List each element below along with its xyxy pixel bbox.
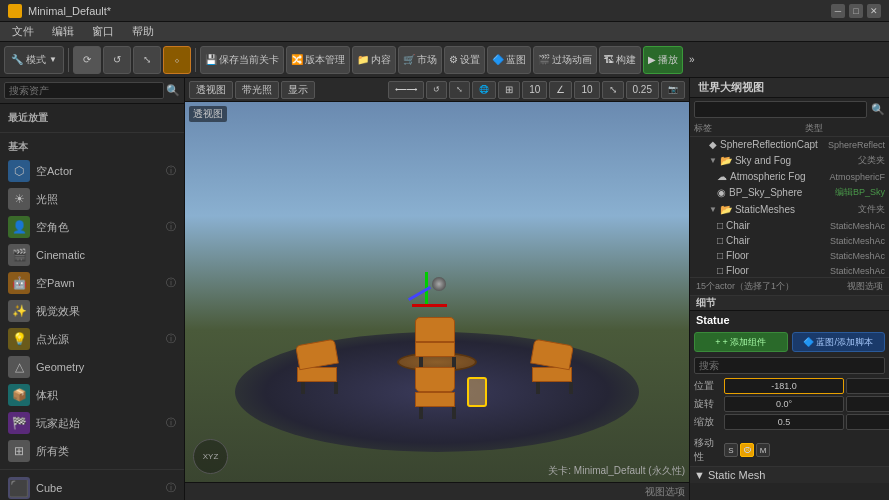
left-item-point-light[interactable]: 💡 点光源 ⓘ: [0, 325, 184, 353]
viewport-view-options[interactable]: 视图选项: [645, 485, 685, 499]
chair-legs-bottom: [415, 407, 460, 419]
save-label: 保存当前关卡: [219, 53, 279, 67]
perspective-button[interactable]: 透视图: [189, 81, 233, 99]
empty-actor-label: 空Actor: [36, 164, 73, 179]
scale-label: 缩放: [694, 415, 722, 429]
scale-size-button[interactable]: 0.25: [626, 81, 659, 99]
outliner-item-chair-1[interactable]: □ Chair StaticMeshAc: [690, 218, 889, 233]
pos-x-input[interactable]: [724, 378, 844, 394]
left-item-visual-effects[interactable]: ✨ 视觉效果: [0, 297, 184, 325]
settings-button[interactable]: ⚙ 设置: [444, 46, 485, 74]
left-item-volume[interactable]: 📦 体积: [0, 381, 184, 409]
more-button[interactable]: »: [685, 50, 699, 69]
source-control-button[interactable]: 🔀 版本管理: [286, 46, 350, 74]
blueprint-button[interactable]: 🔷 蓝图: [487, 46, 531, 74]
window-controls[interactable]: ─ □ ✕: [831, 4, 881, 18]
content-button[interactable]: 📁 内容: [352, 46, 396, 74]
axis-indicator: XYZ: [193, 439, 228, 474]
chair-leg-right-1: [536, 382, 540, 394]
cinematics-icon: 🎬: [538, 54, 550, 65]
viewport-canvas[interactable]: 透视图 XYZ 关卡: Minimal_Default (永久性): [185, 102, 689, 482]
transform-move-button[interactable]: ⟳: [73, 46, 101, 74]
static-mobility-button[interactable]: S: [724, 443, 738, 457]
chair-back-bottom: [415, 367, 455, 392]
camera-speed-button[interactable]: 📷: [661, 81, 685, 99]
outliner-item-bp-sky[interactable]: ◉ BP_Sky_Sphere 编辑BP_Sky: [690, 184, 889, 201]
rotate-button[interactable]: ↺: [426, 81, 447, 99]
mode-button[interactable]: 🔧 模式 ▼: [4, 46, 64, 74]
lit-button[interactable]: 带光照: [235, 81, 279, 99]
marketplace-button[interactable]: 🛒 市场: [398, 46, 442, 74]
grid-size-button[interactable]: 10: [522, 81, 547, 99]
play-button[interactable]: ▶ 播放: [643, 46, 683, 74]
maximize-button[interactable]: □: [849, 4, 863, 18]
outliner-item-sphere-reflection[interactable]: ◆ SphereReflectionCapt SphereReflect: [690, 137, 889, 152]
show-button[interactable]: 显示: [281, 81, 315, 99]
volume-label: 体积: [36, 388, 58, 403]
pos-y-input[interactable]: [846, 378, 889, 394]
chair-back-left: [295, 339, 339, 371]
left-item-empty-actor[interactable]: ⬡ 空Actor ⓘ: [0, 157, 184, 185]
static-meshes-arrow[interactable]: ▼: [709, 205, 717, 214]
transform-rotate-button[interactable]: ↺: [103, 46, 131, 74]
blueprint-script-icon: 🔷: [803, 337, 814, 347]
close-button[interactable]: ✕: [867, 4, 881, 18]
outliner-item-sky-fog[interactable]: ▼ 📂 Sky and Fog 父类夹: [690, 152, 889, 169]
details-search-input[interactable]: [694, 357, 885, 374]
static-mesh-section-header[interactable]: ▼ Static Mesh: [690, 466, 889, 483]
pivot-button[interactable]: ⬦: [163, 46, 191, 74]
angle-button[interactable]: 10: [574, 81, 599, 99]
sky-fog-arrow[interactable]: ▼: [709, 156, 717, 165]
asset-search-input[interactable]: [4, 82, 164, 99]
transform-scale-button[interactable]: ⤡: [133, 46, 161, 74]
selected-statue: [467, 377, 487, 407]
chair-top: [415, 317, 460, 372]
menu-edit[interactable]: 编辑: [44, 22, 82, 41]
left-item-lighting-section[interactable]: ☀ 光照: [0, 185, 184, 213]
details-panel: 细节 Statue + + 添加组件 🔷 蓝图/添加脚本 位置: [690, 295, 889, 455]
rot-x-input[interactable]: [724, 396, 844, 412]
angle-snap-button[interactable]: ∠: [549, 81, 572, 99]
rot-y-input[interactable]: [846, 396, 889, 412]
menu-window[interactable]: 窗口: [84, 22, 122, 41]
outliner-search-input[interactable]: [694, 101, 867, 118]
left-item-cinematic[interactable]: 🎬 Cinematic: [0, 241, 184, 269]
minimize-button[interactable]: ─: [831, 4, 845, 18]
geometry-label: Geometry: [36, 361, 84, 373]
all-classes-label: 所有类: [36, 444, 69, 459]
menu-help[interactable]: 帮助: [124, 22, 162, 41]
scale-button[interactable]: ⤡: [449, 81, 470, 99]
menu-file[interactable]: 文件: [4, 22, 42, 41]
stationary-mobility-button[interactable]: ⭙: [740, 443, 754, 457]
left-item-player-start[interactable]: 🏁 玩家起始 ⓘ: [0, 409, 184, 437]
left-item-all-classes[interactable]: ⊞ 所有类: [0, 437, 184, 465]
outliner-item-atm-fog[interactable]: ☁ Atmospheric Fog AtmosphericF: [690, 169, 889, 184]
translate-button[interactable]: ⟵⟶: [388, 81, 424, 99]
grid-snap-button[interactable]: ⊞: [498, 81, 520, 99]
build-button[interactable]: 🏗 构建: [599, 46, 641, 74]
outliner-item-static-meshes[interactable]: ▼ 📂 StaticMeshes 文件夹: [690, 201, 889, 218]
visual-effects-icon: ✨: [8, 300, 30, 322]
add-component-button[interactable]: + + 添加组件: [694, 332, 788, 352]
left-item-cube[interactable]: ⬛ Cube ⓘ: [8, 474, 176, 500]
blueprint-add-script-button[interactable]: 🔷 蓝图/添加脚本: [792, 332, 886, 352]
static-meshes-folder-icon: 📂: [720, 204, 732, 215]
scale-x-input[interactable]: [724, 414, 844, 430]
scale-snap-button[interactable]: ⤡: [602, 81, 624, 99]
selected-actor-name: Statue: [690, 311, 889, 329]
scale-y-input[interactable]: [846, 414, 889, 430]
movable-mobility-button[interactable]: M: [756, 443, 770, 457]
world-button[interactable]: 🌐: [472, 81, 496, 99]
outliner-item-floor-2[interactable]: □ Floor StaticMeshAc: [690, 263, 889, 277]
point-light-icon: 💡: [8, 328, 30, 350]
outliner-view-options[interactable]: 视图选项: [847, 280, 883, 293]
cinematics-button[interactable]: 🎬 过场动画: [533, 46, 597, 74]
save-button[interactable]: 💾 保存当前关卡: [200, 46, 284, 74]
viewport-area: 透视图 带光照 显示 ⟵⟶ ↺ ⤡ 🌐 ⊞ 10 ∠ 10 ⤡ 0.25 📷: [185, 78, 689, 500]
left-item-empty-pawn[interactable]: 🤖 空Pawn ⓘ: [0, 269, 184, 297]
outliner-item-chair-2[interactable]: □ Chair StaticMeshAc: [690, 233, 889, 248]
left-item-geometry[interactable]: △ Geometry: [0, 353, 184, 381]
outliner-item-floor-1[interactable]: □ Floor StaticMeshAc: [690, 248, 889, 263]
source-control-label: 版本管理: [305, 53, 345, 67]
left-item-empty-char[interactable]: 👤 空角色 ⓘ: [0, 213, 184, 241]
